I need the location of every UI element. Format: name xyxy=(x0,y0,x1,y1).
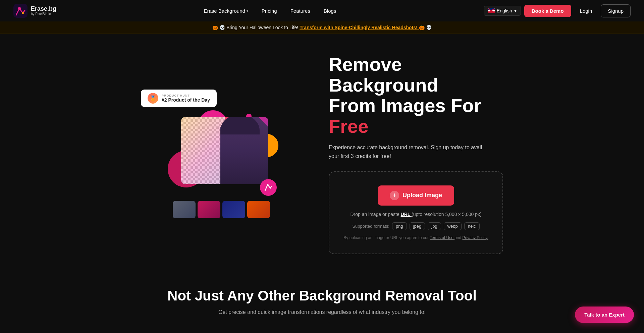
chevron-down-icon: ▾ xyxy=(247,9,248,13)
privacy-link[interactable]: Privacy Policy. xyxy=(463,235,488,240)
banner-link[interactable]: Transform with Spine-Chillingly Realisti… xyxy=(300,25,419,30)
logo-icon xyxy=(13,4,28,18)
talk-to-expert-button[interactable]: Talk to an Expert xyxy=(575,307,634,323)
bottom-subtitle: Get precise and quick image transformati… xyxy=(13,309,631,315)
nav-erase-background[interactable]: Erase Background ▾ xyxy=(198,5,253,16)
nav-right: English ▾ Book a Demo Login Signup xyxy=(484,4,631,17)
thumbnail-3[interactable] xyxy=(222,201,245,218)
hero-image-container xyxy=(171,114,272,191)
format-jpg: jpg xyxy=(428,222,441,230)
hero-title-free: Free xyxy=(329,116,368,137)
nav-links: Erase Background ▾ Pricing Features Blog… xyxy=(198,5,341,16)
product-hunt-label: PRODUCT HUNT xyxy=(162,94,210,97)
logo-main-text: Erase.bg xyxy=(31,6,56,12)
svg-point-1 xyxy=(18,7,21,10)
flag-icon xyxy=(488,8,495,13)
format-heic: heic xyxy=(464,222,480,230)
thumbnail-2[interactable] xyxy=(198,201,220,218)
thumbnail-4[interactable] xyxy=(247,201,270,218)
drop-text: Drop an image or paste URL (upto resolut… xyxy=(339,212,492,217)
navbar: Erase.bg by PixelBin.io Erase Background… xyxy=(0,0,644,21)
formats-row: Supported formats: png jpeg jpg webp hei… xyxy=(339,222,492,230)
svg-rect-0 xyxy=(13,4,28,18)
hero-main-image xyxy=(181,117,268,184)
nav-features[interactable]: Features xyxy=(285,5,316,16)
policy-text: By uploading an image or URL you agree t… xyxy=(339,235,492,240)
login-button[interactable]: Login xyxy=(575,5,598,17)
hero-section: 🏅 PRODUCT HUNT #2 Product of the Day xyxy=(0,34,644,268)
thumbnail-1[interactable] xyxy=(173,201,196,218)
svg-point-2 xyxy=(22,12,24,14)
halloween-banner: 🎃 💀 Bring Your Halloween Look to Life! T… xyxy=(0,21,644,34)
logo-link[interactable]: Erase.bg by PixelBin.io xyxy=(13,4,56,18)
format-png: png xyxy=(392,222,407,230)
hat-silhouette xyxy=(220,117,260,134)
upload-image-button[interactable]: + Upload Image xyxy=(378,185,454,206)
thumbnail-strip xyxy=(141,201,302,218)
language-chevron-icon: ▾ xyxy=(514,8,517,13)
svg-point-3 xyxy=(267,184,269,186)
upload-plus-icon: + xyxy=(390,191,399,200)
signup-button[interactable]: Signup xyxy=(601,4,631,17)
logo-sub-text: by PixelBin.io xyxy=(31,12,56,16)
language-selector[interactable]: English ▾ xyxy=(484,6,521,16)
upload-box: + Upload Image Drop an image or paste UR… xyxy=(329,171,503,254)
product-hunt-medal-icon: 🏅 xyxy=(148,93,158,104)
language-label: English xyxy=(497,8,512,13)
hero-title: Remove Background From Images For Free xyxy=(329,54,503,136)
hero-right: Remove Background From Images For Free E… xyxy=(329,54,503,254)
format-webp: webp xyxy=(444,222,462,230)
terms-link[interactable]: Terms of Use xyxy=(430,235,454,240)
hero-left: 🏅 PRODUCT HUNT #2 Product of the Day xyxy=(141,90,302,218)
banner-text-after: 🎃 💀 xyxy=(419,25,432,30)
product-hunt-badge-text: #2 Product of the Day xyxy=(162,97,210,103)
book-demo-button[interactable]: Book a Demo xyxy=(524,5,571,17)
pixelbin-badge-icon xyxy=(260,179,277,196)
product-hunt-badge: 🏅 PRODUCT HUNT #2 Product of the Day xyxy=(141,90,217,107)
bottom-title: Not Just Any Other Background Removal To… xyxy=(13,288,631,304)
formats-label: Supported formats: xyxy=(352,224,389,229)
nav-pricing[interactable]: Pricing xyxy=(256,5,282,16)
nav-blogs[interactable]: Blogs xyxy=(318,5,342,16)
bottom-section: Not Just Any Other Background Removal To… xyxy=(0,268,644,329)
format-jpeg: jpeg xyxy=(410,222,425,230)
hero-subtitle: Experience accurate background removal. … xyxy=(329,143,490,160)
url-link[interactable]: URL xyxy=(401,212,412,217)
banner-text-before: 🎃 💀 Bring Your Halloween Look to Life! xyxy=(212,25,298,30)
